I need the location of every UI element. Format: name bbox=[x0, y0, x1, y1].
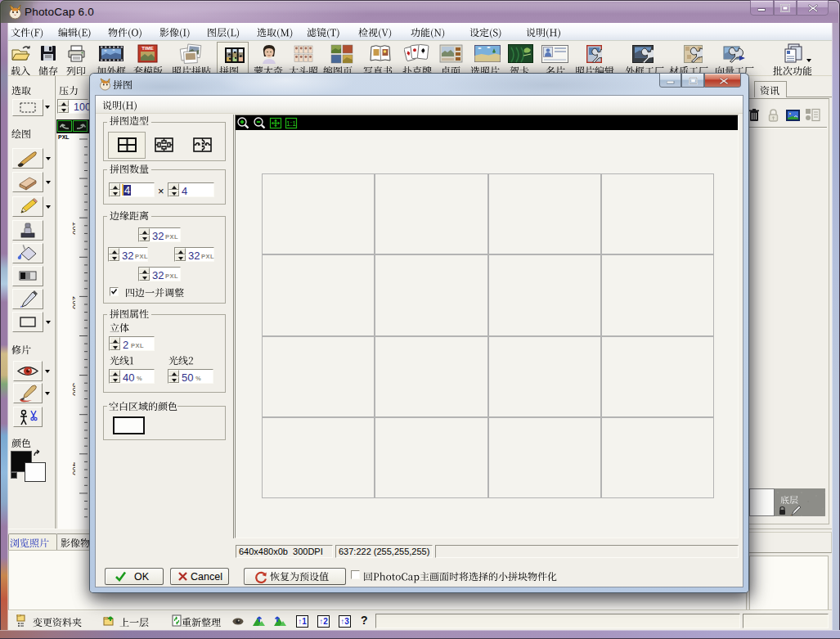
svg-text:1:1: 1:1 bbox=[286, 119, 296, 128]
svg-text:200: 200 bbox=[71, 296, 75, 309]
svg-text:400: 400 bbox=[71, 462, 75, 475]
svg-text:300: 300 bbox=[71, 383, 75, 396]
svg-text:100: 100 bbox=[71, 222, 75, 235]
svg-text:TIME: TIME bbox=[141, 46, 153, 51]
